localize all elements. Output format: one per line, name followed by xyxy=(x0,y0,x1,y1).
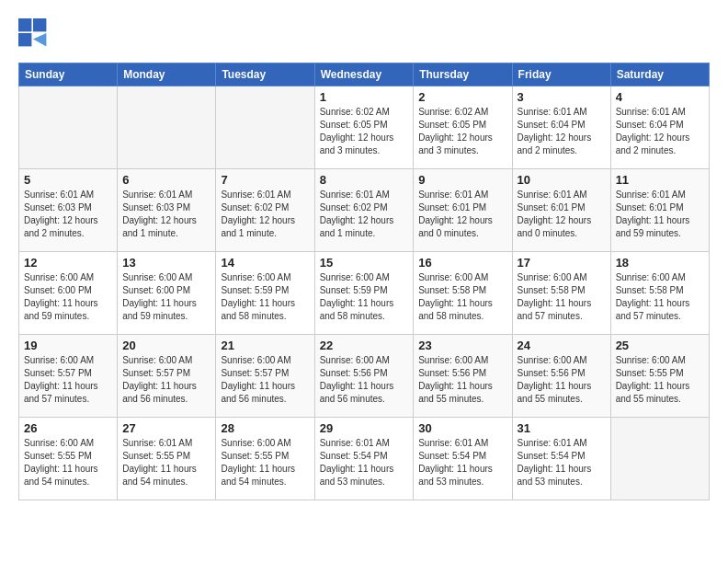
day-info: Sunrise: 6:01 AM Sunset: 6:01 PM Dayligh… xyxy=(616,189,704,240)
day-cell-30: 30Sunrise: 6:01 AM Sunset: 5:54 PM Dayli… xyxy=(414,418,512,500)
day-cell-21: 21Sunrise: 6:00 AM Sunset: 5:57 PM Dayli… xyxy=(216,335,314,418)
svg-rect-2 xyxy=(18,33,31,46)
day-info: Sunrise: 6:01 AM Sunset: 6:02 PM Dayligh… xyxy=(320,189,409,240)
day-number: 25 xyxy=(616,339,704,352)
week-row-2: 5Sunrise: 6:01 AM Sunset: 6:03 PM Daylig… xyxy=(19,169,710,252)
page-header xyxy=(18,18,710,48)
days-header-row: SundayMondayTuesdayWednesdayThursdayFrid… xyxy=(19,63,710,86)
svg-rect-0 xyxy=(18,18,31,31)
day-header-friday: Friday xyxy=(512,63,610,86)
day-cell-20: 20Sunrise: 6:00 AM Sunset: 5:57 PM Dayli… xyxy=(118,335,216,418)
day-number: 10 xyxy=(518,173,606,187)
day-number: 31 xyxy=(518,421,606,435)
empty-cell xyxy=(216,86,314,169)
day-header-thursday: Thursday xyxy=(414,63,512,86)
day-cell-27: 27Sunrise: 6:01 AM Sunset: 5:55 PM Dayli… xyxy=(118,418,216,500)
logo-icon xyxy=(18,18,48,48)
day-number: 13 xyxy=(122,256,210,270)
week-row-3: 12Sunrise: 6:00 AM Sunset: 6:00 PM Dayli… xyxy=(19,252,710,335)
day-number: 18 xyxy=(616,256,704,270)
day-cell-10: 10Sunrise: 6:01 AM Sunset: 6:01 PM Dayli… xyxy=(512,169,610,252)
day-number: 19 xyxy=(24,339,112,352)
day-cell-19: 19Sunrise: 6:00 AM Sunset: 5:57 PM Dayli… xyxy=(19,335,118,418)
day-cell-8: 8Sunrise: 6:01 AM Sunset: 6:02 PM Daylig… xyxy=(314,169,414,252)
day-header-sunday: Sunday xyxy=(19,63,118,86)
day-info: Sunrise: 6:01 AM Sunset: 5:54 PM Dayligh… xyxy=(518,437,606,488)
day-cell-26: 26Sunrise: 6:00 AM Sunset: 5:55 PM Dayli… xyxy=(19,418,118,500)
day-info: Sunrise: 6:01 AM Sunset: 6:03 PM Dayligh… xyxy=(24,189,112,240)
day-number: 28 xyxy=(221,421,309,435)
day-info: Sunrise: 6:00 AM Sunset: 5:55 PM Dayligh… xyxy=(616,354,704,406)
day-header-monday: Monday xyxy=(118,63,216,86)
day-number: 5 xyxy=(24,173,112,187)
day-info: Sunrise: 6:01 AM Sunset: 5:54 PM Dayligh… xyxy=(320,437,409,488)
day-number: 9 xyxy=(418,173,506,187)
logo xyxy=(18,18,51,48)
day-info: Sunrise: 6:01 AM Sunset: 6:01 PM Dayligh… xyxy=(418,189,506,240)
day-info: Sunrise: 6:00 AM Sunset: 5:59 PM Dayligh… xyxy=(320,271,409,323)
empty-cell xyxy=(118,86,216,169)
day-info: Sunrise: 6:00 AM Sunset: 5:55 PM Dayligh… xyxy=(221,437,309,488)
week-row-4: 19Sunrise: 6:00 AM Sunset: 5:57 PM Dayli… xyxy=(19,335,710,418)
day-cell-16: 16Sunrise: 6:00 AM Sunset: 5:58 PM Dayli… xyxy=(414,252,512,335)
day-header-saturday: Saturday xyxy=(610,63,709,86)
day-number: 29 xyxy=(320,421,409,435)
day-info: Sunrise: 6:01 AM Sunset: 5:54 PM Dayligh… xyxy=(418,437,506,488)
day-number: 22 xyxy=(320,339,409,352)
day-number: 27 xyxy=(122,421,210,435)
day-number: 8 xyxy=(320,173,409,187)
day-info: Sunrise: 6:00 AM Sunset: 5:55 PM Dayligh… xyxy=(24,437,112,488)
day-number: 3 xyxy=(518,90,606,104)
empty-cell xyxy=(610,418,709,500)
day-cell-2: 2Sunrise: 6:02 AM Sunset: 6:05 PM Daylig… xyxy=(414,86,512,169)
day-number: 15 xyxy=(320,256,409,270)
day-number: 17 xyxy=(518,256,606,270)
day-number: 30 xyxy=(418,421,506,435)
day-cell-29: 29Sunrise: 6:01 AM Sunset: 5:54 PM Dayli… xyxy=(314,418,414,500)
day-cell-31: 31Sunrise: 6:01 AM Sunset: 5:54 PM Dayli… xyxy=(512,418,610,500)
day-info: Sunrise: 6:01 AM Sunset: 5:55 PM Dayligh… xyxy=(122,437,210,488)
week-row-1: 1Sunrise: 6:02 AM Sunset: 6:05 PM Daylig… xyxy=(19,86,710,169)
day-info: Sunrise: 6:00 AM Sunset: 5:59 PM Dayligh… xyxy=(221,271,309,323)
empty-cell xyxy=(19,86,118,169)
day-info: Sunrise: 6:00 AM Sunset: 5:57 PM Dayligh… xyxy=(221,354,309,406)
day-info: Sunrise: 6:00 AM Sunset: 5:56 PM Dayligh… xyxy=(320,354,409,406)
day-cell-7: 7Sunrise: 6:01 AM Sunset: 6:02 PM Daylig… xyxy=(216,169,314,252)
day-info: Sunrise: 6:00 AM Sunset: 6:00 PM Dayligh… xyxy=(122,271,210,323)
day-info: Sunrise: 6:00 AM Sunset: 5:56 PM Dayligh… xyxy=(418,354,506,406)
day-number: 20 xyxy=(122,339,210,352)
day-info: Sunrise: 6:01 AM Sunset: 6:02 PM Dayligh… xyxy=(221,189,309,240)
day-number: 26 xyxy=(24,421,112,435)
week-row-5: 26Sunrise: 6:00 AM Sunset: 5:55 PM Dayli… xyxy=(19,418,710,500)
day-number: 14 xyxy=(221,256,309,270)
day-cell-9: 9Sunrise: 6:01 AM Sunset: 6:01 PM Daylig… xyxy=(414,169,512,252)
day-number: 24 xyxy=(518,339,606,352)
day-info: Sunrise: 6:01 AM Sunset: 6:04 PM Dayligh… xyxy=(518,106,606,157)
day-info: Sunrise: 6:00 AM Sunset: 5:56 PM Dayligh… xyxy=(518,354,606,406)
day-cell-25: 25Sunrise: 6:00 AM Sunset: 5:55 PM Dayli… xyxy=(610,335,709,418)
day-cell-24: 24Sunrise: 6:00 AM Sunset: 5:56 PM Dayli… xyxy=(512,335,610,418)
day-cell-11: 11Sunrise: 6:01 AM Sunset: 6:01 PM Dayli… xyxy=(610,169,709,252)
day-cell-5: 5Sunrise: 6:01 AM Sunset: 6:03 PM Daylig… xyxy=(19,169,118,252)
day-info: Sunrise: 6:01 AM Sunset: 6:04 PM Dayligh… xyxy=(616,106,704,157)
day-cell-3: 3Sunrise: 6:01 AM Sunset: 6:04 PM Daylig… xyxy=(512,86,610,169)
day-number: 6 xyxy=(122,173,210,187)
day-info: Sunrise: 6:00 AM Sunset: 6:00 PM Dayligh… xyxy=(24,271,112,323)
day-info: Sunrise: 6:02 AM Sunset: 6:05 PM Dayligh… xyxy=(320,106,409,157)
day-number: 7 xyxy=(221,173,309,187)
day-number: 21 xyxy=(221,339,309,352)
svg-rect-1 xyxy=(33,18,46,31)
day-number: 4 xyxy=(616,90,704,104)
day-number: 2 xyxy=(418,90,506,104)
calendar-table: SundayMondayTuesdayWednesdayThursdayFrid… xyxy=(18,63,710,500)
day-cell-13: 13Sunrise: 6:00 AM Sunset: 6:00 PM Dayli… xyxy=(118,252,216,335)
day-cell-18: 18Sunrise: 6:00 AM Sunset: 5:58 PM Dayli… xyxy=(610,252,709,335)
svg-marker-3 xyxy=(33,33,46,46)
day-cell-6: 6Sunrise: 6:01 AM Sunset: 6:03 PM Daylig… xyxy=(118,169,216,252)
day-cell-15: 15Sunrise: 6:00 AM Sunset: 5:59 PM Dayli… xyxy=(314,252,414,335)
day-number: 16 xyxy=(418,256,506,270)
day-info: Sunrise: 6:00 AM Sunset: 5:58 PM Dayligh… xyxy=(616,271,704,323)
day-number: 1 xyxy=(320,90,409,104)
day-cell-17: 17Sunrise: 6:00 AM Sunset: 5:58 PM Dayli… xyxy=(512,252,610,335)
day-number: 11 xyxy=(616,173,704,187)
